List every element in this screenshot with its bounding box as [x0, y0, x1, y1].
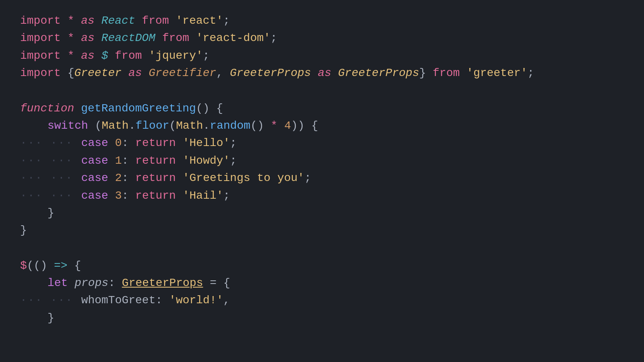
star: *: [68, 12, 74, 29]
module-react: React: [101, 12, 135, 29]
line-switch: switch ( Math . floor ( Math . random ()…: [20, 117, 624, 134]
line-case0: ··· ··· case 0 : return 'Hello' ;: [20, 134, 624, 152]
line-import-jquery: import * as $ from 'jquery' ;: [20, 47, 624, 64]
keyword-function: function: [20, 100, 74, 117]
keyword-case1: case: [81, 152, 108, 169]
math-obj2: Math: [176, 117, 203, 134]
keyword-return0: return: [135, 134, 176, 152]
method-random: random: [210, 117, 250, 134]
line-import-reactdom: import * as ReactDOM from 'react-dom' ;: [20, 29, 624, 47]
arrow: =>: [54, 257, 68, 274]
keyword-as: as: [81, 12, 95, 29]
line-case1: ··· ··· case 1 : return 'Howdy' ;: [20, 152, 624, 169]
method-floor: floor: [135, 117, 169, 134]
number-3: 3: [115, 187, 122, 204]
line-dollar-call: $ (() => {: [20, 257, 624, 274]
alias-greeterprops: GreeterProps: [338, 64, 419, 82]
dollar-fn: $: [20, 257, 27, 274]
string-greetings: 'Greetings to you': [183, 169, 304, 187]
line-let-props: let props : GreeterProps = {: [20, 274, 624, 292]
module-dollar: $: [101, 47, 108, 64]
line-case2: ··· ··· case 2 : return 'Greetings to yo…: [20, 169, 624, 187]
keyword-let: let: [47, 274, 68, 292]
keyword-return3: return: [135, 187, 176, 204]
var-props: props: [74, 274, 108, 292]
brace-close-switch: }: [47, 204, 54, 222]
blank-line-2: [20, 239, 624, 257]
keyword-case2: case: [81, 169, 108, 187]
line-import-greeter: import { Greeter as Greetifier , Greeter…: [20, 64, 624, 82]
module-greeterprops: GreeterProps: [230, 64, 311, 82]
line-whom-to-greet: ··· ··· whomToGreet : 'world!' ,: [20, 292, 624, 309]
line-close-function: }: [20, 222, 624, 239]
prop-whom: whomToGreet: [81, 292, 156, 309]
alias-greetifier: Greetifier: [149, 64, 216, 82]
line-import-react: import * as React from 'react' ;: [20, 12, 624, 29]
keyword-case3: case: [81, 187, 108, 204]
keyword-return1: return: [135, 152, 176, 169]
number-2: 2: [115, 169, 122, 187]
string-jquery: 'jquery': [149, 47, 202, 64]
brace-close-fn: }: [20, 222, 27, 239]
line-case3: ··· ··· case 3 : return 'Hail' ;: [20, 187, 624, 204]
number-1: 1: [115, 152, 122, 169]
string-greeter: 'greeter': [466, 64, 527, 82]
number-4: 4: [284, 117, 291, 134]
keyword-from: from: [142, 12, 169, 29]
string-react: 'react': [176, 12, 223, 29]
brace-close-props: }: [47, 309, 54, 327]
type-greeterprops: GreeterProps: [122, 274, 203, 292]
keyword-switch: switch: [47, 117, 88, 134]
string-world: 'world!': [169, 292, 223, 309]
string-reactdom: 'react-dom': [196, 29, 270, 47]
string-hello: 'Hello': [183, 134, 230, 152]
string-hail: 'Hail': [183, 187, 223, 204]
module-reactdom: ReactDOM: [101, 29, 155, 47]
keyword-return2: return: [135, 169, 176, 187]
line-close-props: }: [20, 309, 624, 327]
code-editor: import * as React from 'react' ; import …: [0, 0, 644, 362]
number-0: 0: [115, 134, 122, 152]
blank-line-1: [20, 82, 624, 100]
module-greeter: Greeter: [74, 64, 122, 82]
function-name: getRandomGreeting: [81, 100, 196, 117]
math-obj: Math: [101, 117, 128, 134]
line-close-switch: }: [20, 204, 624, 222]
line-function-decl: function getRandomGreeting () {: [20, 100, 624, 117]
keyword-import: import: [20, 12, 61, 29]
keyword-case0: case: [81, 134, 108, 152]
string-howdy: 'Howdy': [183, 152, 230, 169]
